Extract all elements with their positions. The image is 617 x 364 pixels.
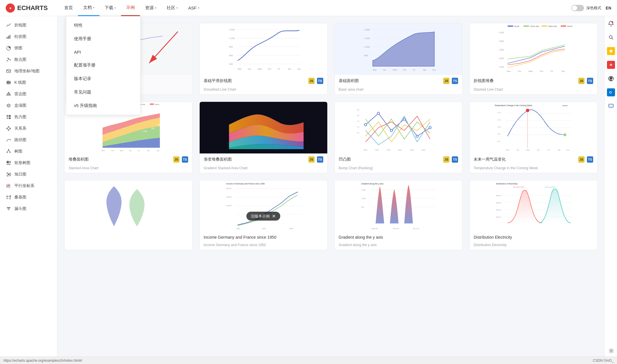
svg-text:2,000: 2,000	[499, 57, 504, 59]
sidebar-item-boxplot[interactable]: 盒须图	[0, 100, 57, 111]
chevron-down-icon: ▾	[155, 6, 156, 9]
svg-text:Thu: Thu	[268, 68, 271, 70]
svg-text:2006: 2006	[421, 149, 425, 151]
sidebar-item-radar[interactable]: 雷达图	[0, 88, 57, 100]
sidebar-item-scatter[interactable]: 散点图	[0, 54, 57, 65]
svg-point-132	[377, 112, 379, 114]
map-icon	[6, 68, 11, 74]
sidebar-item-line[interactable]: 折线图	[0, 20, 57, 31]
sidebar-item-treemap[interactable]: 矩形树图	[0, 157, 57, 169]
chart-card-stacked-line[interactable]: Email Union Ads Video Ads Direct 3,500 3…	[469, 23, 597, 95]
chart-card-income[interactable]: Income of Germany and France since 1950 …	[199, 180, 328, 250]
dropdown-item-config[interactable]: 配置项手册	[66, 59, 140, 72]
toast-close-button[interactable]: ✕	[272, 213, 276, 219]
nav-asf[interactable]: ASF ▾	[183, 0, 204, 16]
svg-text:Evening Peak: Evening Peak	[545, 186, 556, 188]
nav-resources[interactable]: 资源 ▾	[140, 0, 161, 16]
office-icon[interactable]: O	[607, 88, 615, 96]
search-icon[interactable]	[607, 33, 615, 41]
dropdown-item-faq[interactable]: 常见问题	[66, 85, 140, 99]
svg-text:Fri: Fri	[138, 150, 140, 151]
nav-download[interactable]: 下载 ▾	[100, 0, 121, 16]
chart-subtitle-smoothed: Smoothed Line Chart	[200, 87, 327, 94]
chart-card-violin[interactable]	[64, 180, 192, 250]
github-icon[interactable]	[607, 75, 615, 83]
chart-preview-distribution: Distribution of Electricity Morning Peak…	[470, 180, 597, 232]
svg-line-33	[7, 129, 9, 130]
svg-text:Sun: Sun	[432, 69, 436, 71]
svg-point-134	[403, 118, 405, 120]
sidebar-item-parallel[interactable]: 平行坐标系	[0, 180, 57, 192]
sidebar-item-bar[interactable]: 柱状图	[0, 31, 57, 42]
svg-text:861: 861	[151, 127, 155, 129]
logo-icon-text: ●	[9, 6, 11, 10]
svg-text:358: 358	[157, 124, 160, 126]
nav-docs[interactable]: 文档 ▾	[78, 0, 100, 16]
svg-text:Wed: Wed	[258, 68, 262, 70]
svg-text:Fri: Fri	[278, 68, 280, 70]
nav-examples[interactable]: 示例	[121, 0, 140, 16]
sidebar-item-funnel[interactable]: 漏斗图	[0, 203, 57, 215]
chevron-down-icon: ▾	[93, 6, 94, 9]
chart-card-smoothed-line[interactable]: 1,500 1,200 900 600 300	[199, 23, 328, 95]
gear-button[interactable]	[608, 347, 615, 354]
radar-icon	[6, 91, 11, 97]
svg-point-6	[7, 60, 8, 61]
sidebar-item-heatmap[interactable]: 热力图	[0, 111, 57, 123]
dropdown-item-changelog[interactable]: 版本记录	[66, 72, 140, 85]
chart-card-gradient-y[interactable]: Gradient along the y axis 1,500 1,000 50…	[334, 180, 463, 250]
svg-text:Thu: Thu	[129, 150, 132, 151]
tool-icon[interactable]	[607, 61, 615, 69]
svg-marker-55	[8, 210, 9, 211]
toggle-knob	[572, 5, 577, 11]
sidebar-item-sankey[interactable]: 桑基图	[0, 192, 57, 203]
dropdown-item-manual[interactable]: 使用手册	[66, 32, 140, 46]
svg-rect-2	[7, 37, 7, 39]
chart-card-distribution[interactable]: Distribution of Electricity Morning Peak…	[469, 180, 597, 250]
dropdown-item-upgrade[interactable]: v5 升级指南	[66, 99, 140, 112]
svg-text:8°C: 8°C	[498, 141, 501, 142]
svg-text:Tue: Tue	[516, 149, 519, 151]
nav-home[interactable]: 首页	[59, 0, 78, 16]
sidebar-item-graph[interactable]: 关系系	[0, 123, 57, 134]
chart-card-temperature[interactable]: Temperature Change in the Coming Week Lo…	[469, 102, 597, 173]
dark-mode-toggle[interactable]: 深色模式	[571, 5, 601, 11]
sidebar-item-sunburst[interactable]: 旭日图	[0, 169, 57, 180]
svg-line-39	[9, 150, 10, 152]
svg-point-131	[364, 124, 367, 126]
badge-ts: TS	[452, 156, 458, 163]
chart-subtitle-distribution: Distribution Electricity	[470, 243, 597, 250]
notification-icon[interactable]	[607, 20, 615, 28]
line-icon	[6, 22, 11, 28]
language-button[interactable]: EN	[606, 6, 611, 10]
svg-rect-25	[7, 117, 8, 119]
chart-subtitle-gradient-y: Gradient along the y axis	[335, 243, 462, 250]
chart-card-gradient-stacked[interactable]: 渐变堆叠面积图 JS TS Gradient Stacked Area Char…	[199, 102, 328, 173]
logo-text: ECHARTS	[17, 4, 48, 12]
svg-text:Thu: Thu	[537, 149, 540, 151]
sidebar-item-lines[interactable]: 路径图	[0, 134, 57, 146]
svg-text:2005: 2005	[410, 149, 414, 151]
svg-text:2009-03: 2009-03	[371, 228, 378, 229]
svg-marker-54	[7, 209, 10, 210]
dropdown-item-features[interactable]: 特性	[66, 19, 140, 32]
sidebar-item-tree[interactable]: 树图	[0, 146, 57, 157]
svg-text:3,500: 3,500	[499, 32, 504, 34]
svg-text:2011-07: 2011-07	[413, 228, 419, 229]
svg-text:Thu: Thu	[540, 70, 543, 72]
svg-text:9°C: 9°C	[498, 133, 501, 135]
chart-card-basic-area[interactable]: 1,800 1,400 1,000 600 Mon Tue Wed Thu F	[334, 23, 463, 95]
star-icon[interactable]	[607, 47, 615, 55]
toggle-switch[interactable]	[571, 5, 584, 11]
logo[interactable]: ● ECHARTS	[6, 3, 48, 13]
chart-card-bump[interactable]: 8.5 8.0 7.5 7.0 6.5	[334, 102, 463, 173]
sidebar-item-candlestick[interactable]: K 线图	[0, 77, 57, 88]
badge-ts: TS	[452, 78, 458, 84]
nav-community[interactable]: 社区 ▾	[161, 0, 183, 16]
svg-text:800 W: 800 W	[496, 195, 501, 196]
sidebar-item-pie[interactable]: 饼图	[0, 42, 57, 54]
chart-title-stacked-area: 堆叠面积图	[69, 157, 171, 162]
dropdown-item-api[interactable]: API	[66, 46, 140, 59]
chat-icon[interactable]	[607, 102, 615, 110]
sidebar-item-map[interactable]: 地理坐标/地图	[0, 65, 57, 77]
